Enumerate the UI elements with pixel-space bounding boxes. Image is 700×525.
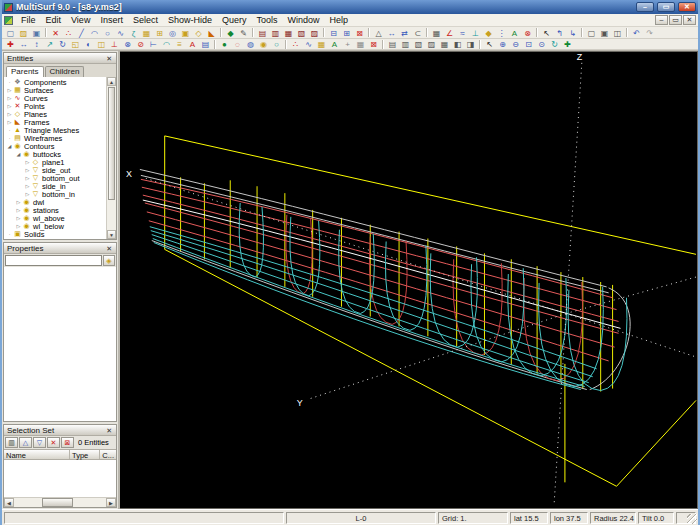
- move-up-icon[interactable]: △: [19, 437, 32, 448]
- rotate-entity-icon[interactable]: ↻: [56, 39, 69, 49]
- column-c[interactable]: C...: [100, 450, 116, 459]
- pointer-icon[interactable]: ↖: [483, 39, 496, 49]
- expand-arrow-icon[interactable]: ▷: [6, 111, 13, 117]
- tree-item-points[interactable]: ▷✕Points: [4, 102, 106, 110]
- save-icon[interactable]: ▣: [30, 28, 43, 38]
- intersect-icon[interactable]: ⊗: [121, 39, 134, 49]
- edit-entity-icon[interactable]: ✎: [237, 28, 250, 38]
- viewport-3d[interactable]: Z X Y: [120, 51, 698, 509]
- extend-icon[interactable]: ⊢: [147, 39, 160, 49]
- menu-query[interactable]: Query: [217, 14, 252, 26]
- entities-scrollbar[interactable]: ▲ ▼: [106, 77, 116, 239]
- tile-windows-icon[interactable]: ▢: [585, 28, 598, 38]
- menu-tools[interactable]: Tools: [251, 14, 282, 26]
- display-hidden-line-icon[interactable]: ▧: [412, 39, 425, 49]
- split-window-icon[interactable]: ◫: [611, 28, 624, 38]
- scroll-right-icon[interactable]: ▶: [106, 498, 116, 507]
- compress-icon[interactable]: ⇄: [398, 28, 411, 38]
- display-front-icon[interactable]: ◧: [451, 39, 464, 49]
- select-parents-icon[interactable]: ↰: [553, 28, 566, 38]
- move-down-icon[interactable]: ▽: [33, 437, 46, 448]
- delete-entity-icon[interactable]: ✕: [49, 28, 62, 38]
- mirror-icon[interactable]: ◐: [82, 39, 95, 49]
- show-curves-icon[interactable]: ∿: [302, 39, 315, 49]
- cascade-windows-icon[interactable]: ▣: [598, 28, 611, 38]
- knots-icon[interactable]: ⋮: [495, 28, 508, 38]
- insert-rev-surface-icon[interactable]: ◎: [166, 28, 179, 38]
- insert-circle-icon[interactable]: ○: [101, 28, 114, 38]
- selection-hscrollbar[interactable]: ◀ ▶: [4, 497, 116, 507]
- insert-solid-icon[interactable]: ▣: [179, 28, 192, 38]
- mdi-close-button[interactable]: ✕: [683, 15, 696, 25]
- properties-name-input[interactable]: [5, 255, 102, 266]
- tree-item-surfaces[interactable]: ▷▦Surfaces: [4, 86, 106, 94]
- expand-arrow-icon[interactable]: ▷: [15, 223, 22, 229]
- entities-panel-header[interactable]: Entities ✕: [4, 53, 116, 64]
- scroll-up-icon[interactable]: ▲: [107, 77, 116, 86]
- expand-arrow-icon[interactable]: ▷: [6, 103, 13, 109]
- tree-item-planes[interactable]: ▷◇Planes: [4, 110, 106, 118]
- fillet-icon[interactable]: ◠: [160, 39, 173, 49]
- weights-icon[interactable]: ◆: [482, 28, 495, 38]
- expand-arrow-icon[interactable]: ▷: [24, 191, 31, 197]
- selection-close-icon[interactable]: ✕: [105, 426, 113, 435]
- show-parents-icon[interactable]: ◉: [257, 39, 270, 49]
- align-left-icon[interactable]: ⊟: [327, 28, 340, 38]
- close-button[interactable]: ✕: [678, 2, 696, 12]
- expand-arrow-icon[interactable]: ▷: [15, 215, 22, 221]
- expand-arrow-icon[interactable]: ▷: [15, 199, 22, 205]
- view-full-icon[interactable]: ▨: [308, 28, 321, 38]
- measure-icon[interactable]: △: [372, 28, 385, 38]
- insert-surface-icon[interactable]: ▦: [140, 28, 153, 38]
- grid-icon[interactable]: ▦: [430, 28, 443, 38]
- view-quad-icon[interactable]: ▧: [295, 28, 308, 38]
- tree-item-solids[interactable]: ·▣Solids: [4, 230, 106, 238]
- show-mask-icon[interactable]: ⊠: [367, 39, 380, 49]
- insert-line-icon[interactable]: ╱: [75, 28, 88, 38]
- insert-frame-icon[interactable]: ◣: [205, 28, 218, 38]
- hide-unselected-icon[interactable]: ◍: [244, 39, 257, 49]
- copy-entity-icon[interactable]: ◫: [95, 39, 108, 49]
- menu-show-hide[interactable]: Show-Hide: [163, 14, 217, 26]
- insert-bcurve-icon[interactable]: ∿: [114, 28, 127, 38]
- scroll-down-icon[interactable]: ▼: [107, 230, 116, 239]
- offset-icon[interactable]: ≡: [173, 39, 186, 49]
- select-children-icon[interactable]: ↳: [566, 28, 579, 38]
- resize-grip[interactable]: [687, 514, 697, 524]
- display-wireframe-icon[interactable]: ▤: [386, 39, 399, 49]
- tab-parents[interactable]: Parents: [6, 66, 44, 77]
- menu-insert[interactable]: Insert: [95, 14, 128, 26]
- show-labels-icon[interactable]: A: [328, 39, 341, 49]
- mdi-restore-button[interactable]: ▭: [669, 15, 682, 25]
- restore-button[interactable]: ▭: [657, 2, 675, 12]
- column-type[interactable]: Type: [70, 450, 100, 459]
- scale-icon[interactable]: ◱: [69, 39, 82, 49]
- move-y-icon[interactable]: ↕: [30, 39, 43, 49]
- redo-icon[interactable]: ↷: [643, 28, 656, 38]
- expand-arrow-icon[interactable]: ▷: [6, 119, 13, 125]
- properties-panel-header[interactable]: Properties ✕: [4, 243, 116, 254]
- select-arrow-icon[interactable]: ↖: [540, 28, 553, 38]
- document-icon[interactable]: [4, 16, 13, 25]
- expand-arrow-icon[interactable]: ▷: [24, 183, 31, 189]
- expand-arrow-icon[interactable]: ▷: [24, 175, 31, 181]
- clear-set-icon[interactable]: ⊠: [61, 437, 74, 448]
- display-ortho-icon[interactable]: ▦: [438, 39, 451, 49]
- display-top-icon[interactable]: ◨: [464, 39, 477, 49]
- move-3d-icon[interactable]: ↗: [43, 39, 56, 49]
- insert-snake-icon[interactable]: ζ: [127, 28, 140, 38]
- insert-arc-icon[interactable]: ◠: [88, 28, 101, 38]
- collapse-arrow-icon[interactable]: ◢: [6, 143, 13, 149]
- display-perspective-icon[interactable]: ▨: [425, 39, 438, 49]
- mask-icon[interactable]: ⊗: [521, 28, 534, 38]
- zoom-fit-icon[interactable]: ⊙: [535, 39, 548, 49]
- zoom-window-icon[interactable]: ⊡: [522, 39, 535, 49]
- show-all-icon[interactable]: ●: [218, 39, 231, 49]
- menu-edit[interactable]: Edit: [41, 14, 67, 26]
- stretch-icon[interactable]: ↔: [385, 28, 398, 38]
- open-file-icon[interactable]: ▨: [17, 28, 30, 38]
- menu-select[interactable]: Select: [128, 14, 163, 26]
- show-grid-icon[interactable]: ▦: [354, 39, 367, 49]
- show-children-icon[interactable]: ○: [270, 39, 283, 49]
- column-name[interactable]: Name: [4, 450, 70, 459]
